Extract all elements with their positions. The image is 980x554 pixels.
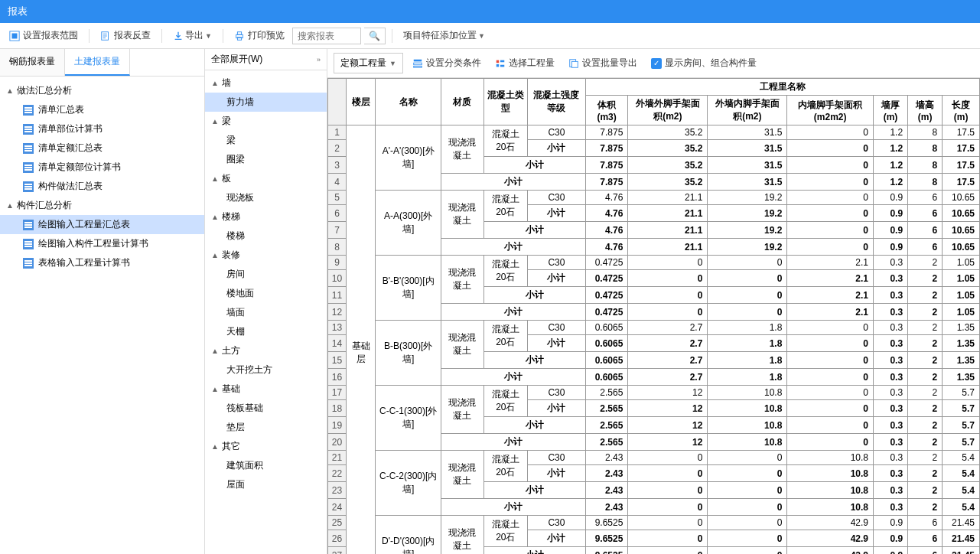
- chevron-down-icon: ▼: [389, 60, 396, 67]
- tree-item[interactable]: 构件做法汇总表: [0, 177, 204, 196]
- mid-group[interactable]: ▲梁: [205, 112, 327, 131]
- mid-item[interactable]: 建筑面积: [205, 456, 327, 475]
- caret-icon: ▲: [211, 79, 219, 87]
- mid-item[interactable]: 楼地面: [205, 284, 327, 303]
- batch-export-button[interactable]: 设置批量导出: [564, 54, 642, 73]
- batch-icon: [568, 58, 579, 69]
- mid-item[interactable]: 天棚: [205, 322, 327, 341]
- search-input[interactable]: [292, 28, 361, 44]
- chevron-down-icon: ▼: [205, 32, 212, 40]
- mid-item[interactable]: 房间: [205, 265, 327, 284]
- reverse-button[interactable]: 报表反查: [96, 26, 155, 45]
- tree-item[interactable]: 绘图输入构件工程量计算书: [0, 234, 204, 253]
- tab-civil[interactable]: 土建报表量: [65, 49, 130, 76]
- tree-item[interactable]: 清单部位计算书: [0, 119, 204, 138]
- expand-all-button[interactable]: 全部展开(W)»: [205, 49, 327, 70]
- range-icon: [9, 31, 20, 41]
- svg-rect-11: [497, 64, 500, 67]
- mid-item[interactable]: 楼梯: [205, 226, 327, 246]
- mid-item[interactable]: 圈梁: [205, 150, 327, 169]
- svg-rect-1: [12, 33, 18, 38]
- tree-item[interactable]: 清单定额汇总表: [0, 138, 204, 158]
- tree-item[interactable]: 表格输入工程量计算书: [0, 253, 204, 272]
- doc-icon: [23, 105, 34, 116]
- mid-item[interactable]: 屋面: [205, 475, 327, 494]
- grid-toolbar: 定额工程量 ▼ 设置分类条件 选择工程量 设置批量导出 ✓显示房间、组合构件量: [327, 49, 980, 78]
- mid-item[interactable]: 大开挖土方: [205, 360, 327, 380]
- mid-item[interactable]: 现浇板: [205, 188, 327, 207]
- svg-rect-8: [414, 66, 422, 67]
- svg-rect-4: [237, 31, 241, 34]
- filter-icon: [412, 58, 423, 69]
- tree-item[interactable]: 清单定额部位计算书: [0, 158, 204, 177]
- doc-icon: [23, 143, 34, 154]
- caret-icon: ▲: [6, 86, 14, 95]
- select-icon: [495, 58, 506, 69]
- mid-group[interactable]: ▲基础: [205, 380, 327, 399]
- mid-item[interactable]: 墙面: [205, 303, 327, 322]
- separator: [223, 29, 223, 43]
- caret-icon: ▲: [211, 385, 219, 393]
- svg-rect-7: [414, 63, 422, 65]
- svg-rect-10: [500, 60, 504, 62]
- doc-icon: [23, 162, 34, 173]
- export-button[interactable]: 导出 ▼: [168, 26, 217, 45]
- reverse-icon: [100, 31, 111, 41]
- separator: [392, 29, 392, 43]
- report-tree: ▲做法汇总分析 清单汇总表清单部位计算书清单定额汇总表清单定额部位计算书构件做法…: [0, 77, 204, 554]
- mid-group[interactable]: ▲楼梯: [205, 207, 327, 226]
- search-icon: 🔍: [369, 31, 380, 41]
- select-qty-button[interactable]: 选择工程量: [490, 54, 559, 73]
- search-button[interactable]: 🔍: [364, 28, 386, 44]
- mid-group[interactable]: ▲墙: [205, 73, 327, 93]
- svg-rect-9: [497, 60, 500, 63]
- component-tree: ▲墙剪力墙▲梁梁圈梁▲板现浇板▲楼梯楼梯▲装修房间楼地面墙面天棚▲土方大开挖土方…: [205, 70, 327, 554]
- class-condition-button[interactable]: 设置分类条件: [408, 54, 486, 73]
- feature-position-button[interactable]: 项目特征添加位置 ▼: [399, 26, 490, 45]
- mid-group[interactable]: ▲板: [205, 169, 327, 188]
- svg-rect-6: [414, 59, 422, 61]
- caret-icon: ▲: [211, 117, 219, 125]
- title-bar: 报表: [0, 0, 980, 23]
- caret-icon: ▲: [211, 174, 219, 183]
- set-range-button[interactable]: 设置报表范围: [5, 26, 83, 45]
- print-preview-button[interactable]: 打印预览: [230, 26, 289, 45]
- mid-group[interactable]: ▲其它: [205, 437, 327, 456]
- export-icon: [173, 31, 184, 41]
- caret-icon: ▲: [211, 213, 219, 221]
- tree-group-practice[interactable]: ▲做法汇总分析: [0, 81, 204, 100]
- mid-group[interactable]: ▲装修: [205, 246, 327, 265]
- caret-icon: ▲: [211, 442, 219, 451]
- caret-icon: ▲: [211, 347, 219, 355]
- separator: [89, 29, 90, 43]
- doc-icon: [23, 258, 34, 269]
- middle-panel: 全部展开(W)» ▲墙剪力墙▲梁梁圈梁▲板现浇板▲楼梯楼梯▲装修房间楼地面墙面天…: [205, 49, 327, 554]
- report-tabs: 钢筋报表量 土建报表量: [0, 49, 204, 77]
- separator: [161, 29, 162, 43]
- caret-icon: ▲: [211, 251, 219, 259]
- svg-rect-12: [500, 64, 504, 67]
- tab-rebar[interactable]: 钢筋报表量: [0, 49, 65, 76]
- doc-icon: [23, 239, 34, 249]
- mid-item[interactable]: 垫层: [205, 418, 327, 437]
- mid-item[interactable]: 梁: [205, 131, 327, 150]
- tree-group-component[interactable]: ▲构件汇总分析: [0, 196, 204, 215]
- mid-group[interactable]: ▲土方: [205, 341, 327, 360]
- caret-icon: ▲: [6, 201, 14, 210]
- data-grid[interactable]: 楼层名称材质混凝土类型混凝土强度等级工程里名称体积(m3)外墙外脚手架面积(m2…: [327, 78, 980, 554]
- doc-icon: [23, 220, 34, 230]
- quota-qty-dropdown[interactable]: 定额工程量 ▼: [334, 53, 403, 73]
- left-panel: 钢筋报表量 土建报表量 ▲做法汇总分析 清单汇总表清单部位计算书清单定额汇总表清…: [0, 49, 205, 554]
- main-layout: 钢筋报表量 土建报表量 ▲做法汇总分析 清单汇总表清单部位计算书清单定额汇总表清…: [0, 49, 980, 554]
- show-room-checkbox[interactable]: ✓显示房间、组合构件量: [646, 54, 761, 73]
- tree-item[interactable]: 绘图输入工程量汇总表: [0, 215, 204, 234]
- mid-item[interactable]: 剪力墙: [205, 93, 327, 112]
- tree-item[interactable]: 清单汇总表: [0, 100, 204, 119]
- right-panel: 定额工程量 ▼ 设置分类条件 选择工程量 设置批量导出 ✓显示房间、组合构件量 …: [327, 49, 980, 554]
- expand-icon: »: [317, 56, 321, 64]
- doc-icon: [23, 181, 34, 192]
- chevron-down-icon: ▼: [478, 32, 485, 40]
- main-toolbar: 设置报表范围 报表反查 导出 ▼ 打印预览 🔍 项目特征添加位置 ▼: [0, 23, 980, 49]
- print-icon: [234, 31, 245, 41]
- mid-item[interactable]: 筏板基础: [205, 399, 327, 418]
